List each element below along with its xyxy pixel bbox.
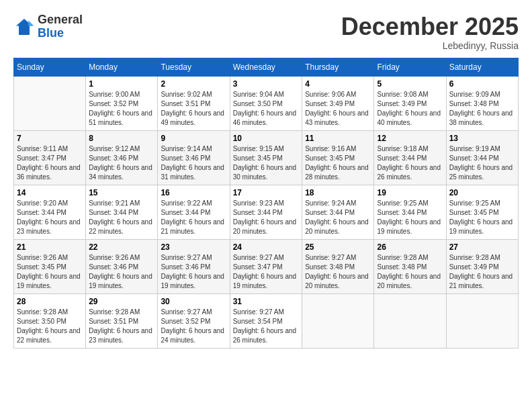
day-number: 19	[377, 188, 443, 197]
day-info: Sunrise: 9:25 AM Sunset: 3:44 PM Dayligh…	[377, 199, 443, 236]
week-row-4: 21Sunrise: 9:26 AM Sunset: 3:45 PM Dayli…	[14, 239, 519, 293]
calendar-cell: 10Sunrise: 9:15 AM Sunset: 3:45 PM Dayli…	[230, 130, 302, 185]
day-info: Sunrise: 9:19 AM Sunset: 3:44 PM Dayligh…	[449, 144, 515, 182]
calendar-table: SundayMondayTuesdayWednesdayThursdayFrid…	[13, 58, 519, 349]
day-number: 1	[89, 79, 154, 89]
day-number: 30	[161, 297, 226, 306]
day-info: Sunrise: 9:28 AM Sunset: 3:50 PM Dayligh…	[17, 308, 83, 345]
weekday-tuesday: Tuesday	[158, 58, 230, 76]
week-row-3: 14Sunrise: 9:20 AM Sunset: 3:44 PM Dayli…	[14, 185, 519, 239]
calendar-cell: 5Sunrise: 9:08 AM Sunset: 3:49 PM Daylig…	[374, 76, 446, 130]
week-row-1: 1Sunrise: 9:00 AM Sunset: 3:52 PM Daylig…	[14, 76, 519, 130]
day-info: Sunrise: 9:27 AM Sunset: 3:54 PM Dayligh…	[233, 308, 300, 345]
location: Lebedinyy, Russia	[341, 40, 519, 51]
title-block: December 2025 Lebedinyy, Russia	[341, 13, 519, 51]
calendar-cell: 25Sunrise: 9:27 AM Sunset: 3:48 PM Dayli…	[302, 239, 374, 293]
day-info: Sunrise: 9:20 AM Sunset: 3:44 PM Dayligh…	[17, 199, 83, 236]
calendar-cell	[302, 293, 374, 348]
day-number: 3	[233, 79, 300, 89]
page-header: General Blue December 2025 Lebedinyy, Ru…	[13, 13, 519, 51]
day-info: Sunrise: 9:14 AM Sunset: 3:46 PM Dayligh…	[161, 144, 226, 182]
calendar-cell: 19Sunrise: 9:25 AM Sunset: 3:44 PM Dayli…	[374, 185, 446, 239]
day-info: Sunrise: 9:09 AM Sunset: 3:48 PM Dayligh…	[449, 90, 515, 128]
calendar-cell: 16Sunrise: 9:22 AM Sunset: 3:44 PM Dayli…	[158, 185, 230, 239]
day-info: Sunrise: 9:27 AM Sunset: 3:48 PM Dayligh…	[305, 253, 371, 291]
day-info: Sunrise: 9:12 AM Sunset: 3:46 PM Dayligh…	[89, 144, 154, 182]
day-info: Sunrise: 9:26 AM Sunset: 3:46 PM Dayligh…	[89, 253, 154, 291]
day-number: 24	[233, 242, 300, 252]
day-info: Sunrise: 9:23 AM Sunset: 3:44 PM Dayligh…	[233, 199, 300, 236]
calendar-cell: 15Sunrise: 9:21 AM Sunset: 3:44 PM Dayli…	[86, 185, 158, 239]
week-row-2: 7Sunrise: 9:11 AM Sunset: 3:47 PM Daylig…	[14, 130, 519, 185]
day-number: 16	[161, 188, 226, 197]
weekday-friday: Friday	[374, 58, 446, 76]
calendar-cell: 13Sunrise: 9:19 AM Sunset: 3:44 PM Dayli…	[446, 130, 518, 185]
logo-icon	[13, 16, 35, 38]
day-number: 29	[89, 297, 154, 306]
day-info: Sunrise: 9:27 AM Sunset: 3:47 PM Dayligh…	[233, 253, 300, 291]
day-info: Sunrise: 9:11 AM Sunset: 3:47 PM Dayligh…	[17, 144, 83, 182]
day-info: Sunrise: 9:15 AM Sunset: 3:45 PM Dayligh…	[233, 144, 300, 182]
day-number: 7	[17, 134, 83, 143]
calendar-cell: 8Sunrise: 9:12 AM Sunset: 3:46 PM Daylig…	[86, 130, 158, 185]
day-number: 11	[305, 134, 371, 143]
day-number: 8	[89, 134, 154, 143]
day-info: Sunrise: 9:08 AM Sunset: 3:49 PM Dayligh…	[377, 90, 443, 128]
calendar-cell	[446, 293, 518, 348]
day-number: 25	[305, 242, 371, 252]
calendar-cell: 9Sunrise: 9:14 AM Sunset: 3:46 PM Daylig…	[158, 130, 230, 185]
calendar-cell: 21Sunrise: 9:26 AM Sunset: 3:45 PM Dayli…	[14, 239, 86, 293]
day-number: 9	[161, 134, 226, 143]
day-number: 18	[305, 188, 371, 197]
calendar-cell	[14, 76, 86, 130]
calendar-cell: 22Sunrise: 9:26 AM Sunset: 3:46 PM Dayli…	[86, 239, 158, 293]
calendar-cell: 1Sunrise: 9:00 AM Sunset: 3:52 PM Daylig…	[86, 76, 158, 130]
calendar-cell: 29Sunrise: 9:28 AM Sunset: 3:51 PM Dayli…	[86, 293, 158, 348]
day-info: Sunrise: 9:28 AM Sunset: 3:51 PM Dayligh…	[89, 308, 154, 345]
day-info: Sunrise: 9:18 AM Sunset: 3:44 PM Dayligh…	[377, 144, 443, 182]
month-title: December 2025	[341, 13, 519, 40]
weekday-thursday: Thursday	[302, 58, 374, 76]
calendar-cell: 27Sunrise: 9:28 AM Sunset: 3:49 PM Dayli…	[446, 239, 518, 293]
logo: General Blue	[13, 13, 83, 40]
calendar-cell: 31Sunrise: 9:27 AM Sunset: 3:54 PM Dayli…	[230, 293, 302, 348]
calendar-cell: 6Sunrise: 9:09 AM Sunset: 3:48 PM Daylig…	[446, 76, 518, 130]
day-number: 17	[233, 188, 300, 197]
day-number: 14	[17, 188, 83, 197]
calendar-cell: 23Sunrise: 9:27 AM Sunset: 3:46 PM Dayli…	[158, 239, 230, 293]
day-info: Sunrise: 9:27 AM Sunset: 3:46 PM Dayligh…	[161, 253, 226, 291]
logo-general-text: General	[38, 13, 83, 26]
calendar-cell: 2Sunrise: 9:02 AM Sunset: 3:51 PM Daylig…	[158, 76, 230, 130]
svg-marker-0	[16, 19, 32, 35]
day-info: Sunrise: 9:06 AM Sunset: 3:49 PM Dayligh…	[305, 90, 371, 128]
calendar-header: SundayMondayTuesdayWednesdayThursdayFrid…	[14, 58, 519, 76]
calendar-cell	[374, 293, 446, 348]
day-info: Sunrise: 9:25 AM Sunset: 3:45 PM Dayligh…	[449, 199, 515, 236]
day-number: 31	[233, 297, 300, 306]
calendar-cell: 18Sunrise: 9:24 AM Sunset: 3:44 PM Dayli…	[302, 185, 374, 239]
day-info: Sunrise: 9:28 AM Sunset: 3:49 PM Dayligh…	[449, 253, 515, 291]
calendar-cell: 3Sunrise: 9:04 AM Sunset: 3:50 PM Daylig…	[230, 76, 302, 130]
day-info: Sunrise: 9:00 AM Sunset: 3:52 PM Dayligh…	[89, 90, 154, 128]
logo-text: General Blue	[38, 13, 83, 40]
day-info: Sunrise: 9:27 AM Sunset: 3:52 PM Dayligh…	[161, 308, 226, 345]
day-number: 5	[377, 79, 443, 89]
calendar-cell: 14Sunrise: 9:20 AM Sunset: 3:44 PM Dayli…	[14, 185, 86, 239]
day-number: 22	[89, 242, 154, 252]
weekday-sunday: Sunday	[14, 58, 86, 76]
calendar-cell: 12Sunrise: 9:18 AM Sunset: 3:44 PM Dayli…	[374, 130, 446, 185]
weekday-header-row: SundayMondayTuesdayWednesdayThursdayFrid…	[14, 58, 519, 76]
day-info: Sunrise: 9:21 AM Sunset: 3:44 PM Dayligh…	[89, 199, 154, 236]
day-number: 23	[161, 242, 226, 252]
calendar-cell: 4Sunrise: 9:06 AM Sunset: 3:49 PM Daylig…	[302, 76, 374, 130]
day-number: 10	[233, 134, 300, 143]
calendar-cell: 28Sunrise: 9:28 AM Sunset: 3:50 PM Dayli…	[14, 293, 86, 348]
day-info: Sunrise: 9:04 AM Sunset: 3:50 PM Dayligh…	[233, 90, 300, 128]
day-info: Sunrise: 9:26 AM Sunset: 3:45 PM Dayligh…	[17, 253, 83, 291]
day-info: Sunrise: 9:02 AM Sunset: 3:51 PM Dayligh…	[161, 90, 226, 128]
calendar-cell: 17Sunrise: 9:23 AM Sunset: 3:44 PM Dayli…	[230, 185, 302, 239]
calendar-cell: 26Sunrise: 9:28 AM Sunset: 3:48 PM Dayli…	[374, 239, 446, 293]
logo-blue-text: Blue	[38, 26, 64, 40]
day-number: 6	[449, 79, 515, 89]
day-info: Sunrise: 9:22 AM Sunset: 3:44 PM Dayligh…	[161, 199, 226, 236]
